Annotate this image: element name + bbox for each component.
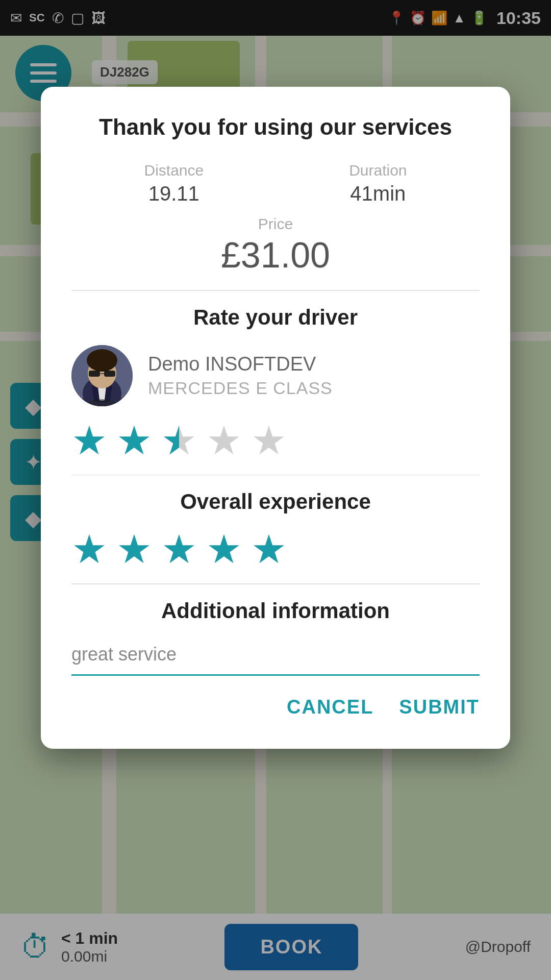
duration-value: 41min (349, 182, 407, 205)
modal-overlay: Thank you for using our services Distanc… (0, 0, 551, 980)
distance-value: 19.11 (144, 182, 204, 205)
duration-stat: Duration 41min (349, 162, 407, 205)
rating-modal: Thank you for using our services Distanc… (41, 87, 510, 749)
svg-rect-6 (104, 371, 115, 377)
svg-point-4 (87, 349, 117, 372)
driver-star-5[interactable]: ★ (251, 421, 287, 460)
driver-car: MERCEDES E CLASS (148, 378, 333, 398)
overall-star-1[interactable]: ★ (71, 529, 107, 569)
duration-label: Duration (349, 162, 407, 179)
additional-input-wrap (71, 639, 480, 676)
driver-name: Demo INSOFTDEV (148, 353, 333, 375)
additional-info-input[interactable] (71, 639, 480, 670)
overall-star-3[interactable]: ★ (161, 529, 197, 569)
price-value: £31.00 (71, 235, 480, 276)
overall-stars[interactable]: ★ ★ ★ ★ ★ (71, 529, 480, 569)
modal-title: Thank you for using our services (71, 112, 480, 141)
driver-star-3[interactable]: ★★ (161, 421, 197, 460)
price-label: Price (71, 215, 480, 233)
overall-star-2[interactable]: ★ (116, 529, 152, 569)
divider-3 (71, 583, 480, 584)
driver-info: Demo INSOFTDEV MERCEDES E CLASS (148, 353, 333, 398)
divider-2 (71, 475, 480, 476)
stats-row: Distance 19.11 Duration 41min (71, 162, 480, 205)
price-section: Price £31.00 (71, 215, 480, 276)
overall-star-4[interactable]: ★ (206, 529, 242, 569)
overall-title: Overall experience (71, 489, 480, 514)
distance-label: Distance (144, 162, 204, 179)
driver-star-2[interactable]: ★ (116, 421, 152, 460)
driver-row: Demo INSOFTDEV MERCEDES E CLASS (71, 345, 480, 406)
modal-actions: CANCEL SUBMIT (71, 691, 480, 723)
rate-driver-title: Rate your driver (71, 305, 480, 330)
submit-button[interactable]: SUBMIT (399, 691, 480, 723)
driver-stars[interactable]: ★ ★ ★★ ★ ★ (71, 421, 480, 460)
driver-star-4[interactable]: ★ (206, 421, 242, 460)
distance-stat: Distance 19.11 (144, 162, 204, 205)
additional-info-title: Additional information (71, 599, 480, 623)
divider-1 (71, 290, 480, 291)
svg-rect-5 (89, 371, 100, 377)
driver-avatar (71, 345, 133, 406)
driver-star-1[interactable]: ★ (71, 421, 107, 460)
overall-star-5[interactable]: ★ (251, 529, 287, 569)
cancel-button[interactable]: CANCEL (287, 691, 373, 723)
